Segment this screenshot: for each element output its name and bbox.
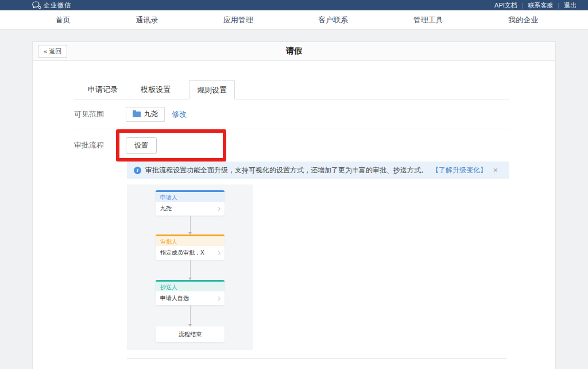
chevron-right-icon (216, 296, 220, 300)
logo-text: 企业微信 (44, 1, 71, 10)
panel-header: « 返回 请假 (33, 42, 555, 61)
edit-scope-link[interactable]: 修改 (172, 109, 187, 120)
flow-node-cc: 抄送人 申请人自选 (156, 280, 225, 305)
approval-flow-row: 审批流程 设置 (74, 129, 509, 162)
approval-flow-diagram: 申请人 九尧 审批人 指定成员审批：X 抄送人 申请人自选 (127, 184, 253, 350)
setup-button[interactable]: 设置 (126, 137, 157, 154)
flow-node-value-row[interactable]: 九尧 (156, 202, 225, 216)
chevron-right-icon (216, 206, 220, 210)
flow-node-value: 指定成员审批：X (160, 249, 204, 257)
page-title: 请假 (33, 46, 555, 56)
tab-rule-settings[interactable]: 规则设置 (189, 80, 235, 99)
tab-application-records[interactable]: 申请记录 (76, 80, 129, 99)
flow-node-value-row[interactable]: 申请人自选 (156, 291, 225, 305)
flow-node-value: 九尧 (160, 205, 172, 213)
info-icon (134, 167, 141, 174)
flow-node-role: 审批人 (156, 235, 225, 246)
divider (127, 358, 506, 359)
flow-arrow-down (190, 216, 191, 235)
flow-node-role: 抄送人 (156, 280, 225, 291)
scope-name: 九尧 (144, 109, 158, 119)
api-docs-link[interactable]: API文档 (490, 1, 522, 10)
nav-item-home[interactable]: 首页 (56, 15, 71, 25)
top-bar: 企业微信 API文档 | 联系客服 | 退出 (0, 0, 588, 10)
approval-flow-label: 审批流程 (74, 140, 126, 151)
main-nav: 首页 通讯录 应用管理 客户联系 管理工具 我的企业 (0, 10, 588, 30)
panel-content: 申请记录 模板设置 规则设置 可见范围 九尧 修改 审批流程 设置 审批流程设置… (33, 80, 555, 359)
chevron-right-icon (216, 251, 220, 255)
logout-link[interactable]: 退出 (559, 1, 581, 10)
tab-template-settings[interactable]: 模板设置 (129, 80, 182, 99)
nav-item-admin-tools[interactable]: 管理工具 (413, 15, 443, 25)
flow-node-approver: 审批人 指定成员审批：X (156, 235, 225, 260)
flow-end-node: 流程结束 (156, 326, 225, 342)
scope-tag: 九尧 (126, 107, 165, 122)
flow-node-value-row[interactable]: 指定成员审批：X (156, 246, 225, 260)
nav-item-my-company[interactable]: 我的企业 (508, 15, 538, 25)
flow-arrow-down (190, 305, 191, 326)
folder-icon (133, 112, 141, 117)
app-settings-panel: « 返回 请假 申请记录 模板设置 规则设置 可见范围 九尧 修改 审批流程 设… (32, 41, 556, 369)
flow-arrow-down (190, 260, 191, 280)
wecom-logo: 企业微信 (32, 1, 71, 10)
nav-item-contacts[interactable]: 通讯录 (136, 15, 158, 25)
visible-range-label: 可见范围 (74, 109, 126, 120)
top-links: API文档 | 联系客服 | 退出 (490, 1, 581, 10)
chat-bubble-icon (32, 1, 41, 9)
banner-text: 审批流程设置功能全面升级，支持可视化的设置方式，还增加了更为丰富的审批、抄送方式… (145, 166, 428, 175)
learn-upgrade-link[interactable]: 【了解升级变化】 (432, 166, 487, 175)
nav-item-customer-contact[interactable]: 客户联系 (318, 15, 348, 25)
flow-node-applicant: 申请人 九尧 (156, 190, 225, 216)
nav-item-app-management[interactable]: 应用管理 (223, 15, 253, 25)
visible-range-row: 可见范围 九尧 修改 (74, 99, 509, 129)
flow-node-role: 申请人 (156, 190, 225, 202)
tab-bar: 申请记录 模板设置 规则设置 (74, 80, 509, 99)
close-icon[interactable]: × (493, 166, 498, 174)
contact-support-link[interactable]: 联系客服 (523, 1, 558, 10)
upgrade-banner: 审批流程设置功能全面升级，支持可视化的设置方式，还增加了更为丰富的审批、抄送方式… (127, 162, 509, 179)
flow-node-value: 申请人自选 (160, 294, 189, 302)
